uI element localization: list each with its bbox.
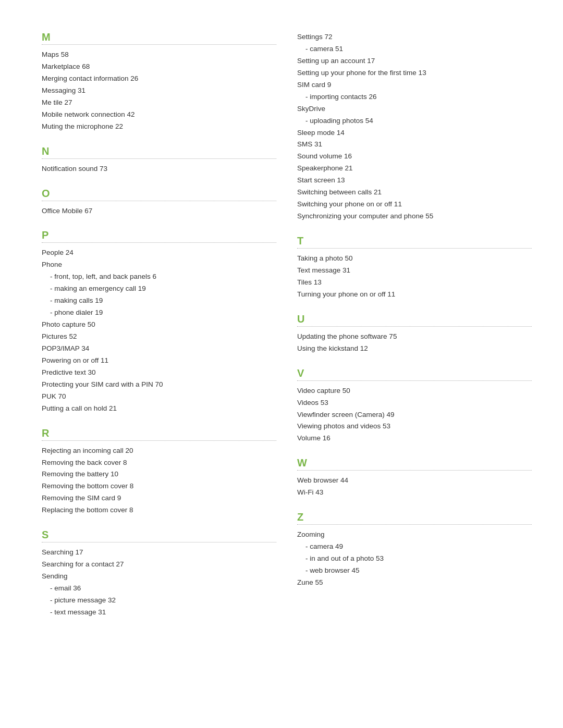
index-item: Office Mobile 67	[42, 205, 276, 217]
index-item: Setting up an account 17	[297, 55, 532, 67]
index-item: - phone dialer 19	[42, 307, 276, 319]
index-item: Volume 16	[297, 433, 532, 445]
index-item: Muting the microphone 22	[42, 121, 276, 133]
index-section: SSearching 17Searching for a contact 27S…	[42, 529, 276, 619]
index-item: - in and out of a photo 53	[297, 553, 532, 565]
section-letter: N	[42, 145, 276, 157]
index-item: Viewing photos and videos 53	[297, 421, 532, 433]
index-item: Tiles 13	[297, 277, 532, 289]
index-item: Viewfinder screen (Camera) 49	[297, 409, 532, 421]
index-item: Sound volume 16	[297, 151, 532, 163]
index-item: - importing contacts 26	[297, 91, 532, 103]
section-divider	[42, 242, 276, 243]
section-letter: Z	[297, 511, 532, 523]
section-letter: M	[42, 31, 276, 43]
section-divider	[42, 542, 276, 542]
index-item: Phone	[42, 259, 276, 271]
index-item: Protecting your SIM card with a PIN 70	[42, 379, 276, 391]
index-item: Notification sound 73	[42, 163, 276, 175]
index-section: RRejecting an incoming call 20Removing t…	[42, 427, 276, 517]
section-letter: P	[42, 229, 276, 241]
section-divider	[297, 380, 532, 381]
index-item: People 24	[42, 247, 276, 259]
section-letter: R	[42, 427, 276, 439]
section-divider	[297, 326, 532, 327]
index-item: PUK 70	[42, 391, 276, 403]
section-divider	[42, 201, 276, 201]
index-section: Settings 72- camera 51Setting up an acco…	[297, 31, 532, 223]
index-item: Messaging 31	[42, 85, 276, 97]
section-divider	[42, 440, 276, 441]
section-letter: T	[297, 235, 532, 247]
index-item: POP3/IMAP 34	[42, 343, 276, 355]
section-letter: O	[42, 188, 276, 200]
index-item: Pictures 52	[42, 331, 276, 343]
index-section: TTaking a photo 50Text message 31Tiles 1…	[297, 235, 532, 301]
index-item: Speakerphone 21	[297, 163, 532, 175]
page: MMaps 58Marketplace 68Merging contact in…	[0, 0, 563, 728]
index-item: Me tile 27	[42, 97, 276, 109]
index-section: UUpdating the phone software 75Using the…	[297, 313, 532, 355]
left-column: MMaps 58Marketplace 68Merging contact in…	[42, 31, 276, 631]
index-item: Photo capture 50	[42, 319, 276, 331]
index-item: - text message 31	[42, 607, 276, 619]
index-section: OOffice Mobile 67	[42, 188, 276, 217]
index-item: - camera 51	[297, 43, 532, 55]
index-item: Mobile network connection 42	[42, 109, 276, 121]
index-item: Rejecting an incoming call 20	[42, 445, 276, 457]
section-letter: V	[297, 367, 532, 379]
index-item: Removing the bottom cover 8	[42, 480, 276, 492]
index-item: Marketplace 68	[42, 61, 276, 73]
index-item: Video capture 50	[297, 385, 532, 397]
section-divider	[297, 470, 532, 471]
section-letter: U	[297, 313, 532, 325]
index-item: Synchronizing your computer and phone 55	[297, 211, 532, 223]
index-item: Replacing the bottom cover 8	[42, 504, 276, 516]
index-item: Videos 53	[297, 397, 532, 409]
two-column-layout: MMaps 58Marketplace 68Merging contact in…	[42, 31, 532, 631]
index-item: - uploading photos 54	[297, 115, 532, 127]
index-item: - front, top, left, and back panels 6	[42, 271, 276, 283]
index-item: Predictive text 30	[42, 367, 276, 379]
index-item: - making calls 19	[42, 295, 276, 307]
index-section: ZZooming- camera 49- in and out of a pho…	[297, 511, 532, 589]
index-section: WWeb browser 44Wi-Fi 43	[297, 457, 532, 499]
index-item: Web browser 44	[297, 475, 532, 487]
section-divider	[42, 158, 276, 159]
index-section: NNotification sound 73	[42, 145, 276, 175]
index-item: Settings 72	[297, 31, 532, 43]
index-item: SMS 31	[297, 139, 532, 151]
index-item: Setting up your phone for the first time…	[297, 67, 532, 79]
index-item: Merging contact information 26	[42, 73, 276, 85]
index-item: Removing the back cover 8	[42, 457, 276, 469]
index-section: PPeople 24Phone- front, top, left, and b…	[42, 229, 276, 414]
index-item: - email 36	[42, 583, 276, 595]
section-divider	[42, 44, 276, 45]
index-item: - web browser 45	[297, 565, 532, 577]
index-section: VVideo capture 50Videos 53Viewfinder scr…	[297, 367, 532, 445]
index-item: SIM card 9	[297, 79, 532, 91]
index-item: Taking a photo 50	[297, 253, 532, 265]
index-item: Sleep mode 14	[297, 127, 532, 139]
section-divider	[297, 524, 532, 525]
index-item: Switching between calls 21	[297, 187, 532, 199]
index-item: Sending	[42, 571, 276, 583]
index-item: SkyDrive	[297, 103, 532, 115]
index-item: Text message 31	[297, 265, 532, 277]
index-item: - picture message 32	[42, 595, 276, 607]
index-item: Putting a call on hold 21	[42, 403, 276, 415]
section-letter: S	[42, 529, 276, 541]
index-item: Wi-Fi 43	[297, 487, 532, 499]
index-item: Powering on or off 11	[42, 355, 276, 367]
section-letter: W	[297, 457, 532, 469]
index-item: Updating the phone software 75	[297, 331, 532, 343]
index-item: Zooming	[297, 529, 532, 541]
index-item: Turning your phone on or off 11	[297, 289, 532, 301]
index-item: Removing the battery 10	[42, 468, 276, 480]
index-item: Zune 55	[297, 577, 532, 589]
index-item: Searching 17	[42, 547, 276, 559]
section-divider	[297, 248, 532, 249]
index-item: Maps 58	[42, 49, 276, 61]
index-item: Using the kickstand 12	[297, 343, 532, 355]
index-section: MMaps 58Marketplace 68Merging contact in…	[42, 31, 276, 133]
